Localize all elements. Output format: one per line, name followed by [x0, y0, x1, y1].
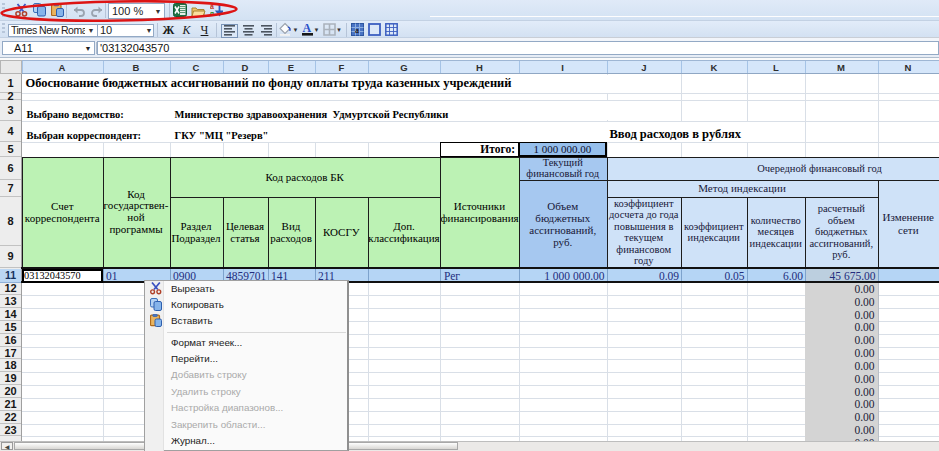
svg-text:a: a [355, 26, 359, 35]
